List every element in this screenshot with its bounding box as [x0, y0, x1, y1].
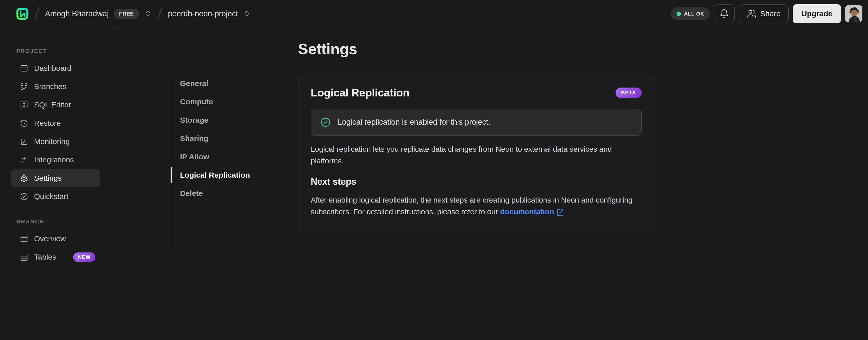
beta-badge: BETA	[616, 88, 642, 98]
chevrons-up-down-icon[interactable]	[243, 10, 251, 18]
users-icon	[747, 9, 756, 18]
documentation-link-label: documentation	[500, 206, 554, 218]
card-description: Logical replication lets you replicate d…	[311, 143, 642, 167]
dashboard-icon	[20, 64, 28, 73]
breadcrumb-org[interactable]: Amogh Bharadwaj FREE	[45, 9, 152, 19]
settings-nav-logical-replication[interactable]: Logical Replication	[172, 166, 292, 184]
status-label: ALL OK	[684, 11, 704, 17]
window-icon	[20, 235, 28, 243]
bell-icon	[719, 9, 729, 19]
breadcrumb-slash	[157, 7, 162, 20]
sidebar: PROJECT Dashboard Branches SQL Editor Re…	[0, 29, 117, 340]
card-title: Logical Replication	[311, 87, 410, 99]
breadcrumb: Amogh Bharadwaj FREE peerdb-neon-project	[16, 7, 251, 21]
restore-history-icon	[20, 119, 28, 128]
sidebar-item-label: Settings	[34, 174, 62, 182]
settings-nav: General Compute Storage Sharing IP Allow…	[170, 74, 292, 256]
settings-nav-sharing[interactable]: Sharing	[172, 129, 292, 148]
avatar[interactable]	[845, 5, 862, 22]
sidebar-item-label: Branches	[34, 82, 66, 91]
sidebar-item-label: SQL Editor	[34, 101, 71, 109]
check-circle-icon	[20, 192, 28, 201]
sidebar-item-overview[interactable]: Overview	[11, 230, 100, 248]
sidebar-item-integrations[interactable]: Integrations	[11, 151, 100, 169]
card-header: Logical Replication BETA	[311, 87, 642, 99]
share-label: Share	[760, 9, 780, 18]
sidebar-item-label: Quickstart	[34, 192, 68, 201]
notifications-button[interactable]	[714, 4, 735, 23]
sidebar-item-settings[interactable]: Settings	[11, 169, 100, 187]
sidebar-section-branch: BRANCH	[16, 218, 116, 225]
alert-text: Logical replication is enabled for this …	[338, 118, 490, 127]
sidebar-item-branches[interactable]: Branches	[11, 77, 100, 96]
check-circle-icon	[320, 117, 331, 128]
sidebar-item-label: Tables	[34, 253, 56, 261]
new-badge: NEW	[73, 252, 96, 262]
settings-nav-ip-allow[interactable]: IP Allow	[172, 148, 292, 166]
sidebar-item-dashboard[interactable]: Dashboard	[11, 59, 100, 77]
table-icon	[20, 253, 28, 261]
monitoring-chart-icon	[20, 137, 28, 146]
topbar: Amogh Bharadwaj FREE peerdb-neon-project…	[0, 0, 868, 28]
project-name: peerdb-neon-project	[168, 9, 238, 18]
next-steps-body: After enabling logical replication, the …	[311, 196, 632, 216]
settings-nav-delete[interactable]: Delete	[172, 184, 292, 203]
status-dot-icon	[677, 12, 681, 16]
sidebar-section-project: PROJECT	[16, 48, 116, 54]
org-name: Amogh Bharadwaj	[45, 9, 108, 18]
neon-logo[interactable]	[16, 7, 29, 20]
next-steps-text: After enabling logical replication, the …	[311, 194, 642, 218]
sidebar-item-tables[interactable]: Tables NEW	[11, 248, 100, 266]
upgrade-button[interactable]: Upgrade	[793, 4, 841, 23]
sidebar-item-quickstart[interactable]: Quickstart	[11, 187, 100, 206]
sidebar-item-monitoring[interactable]: Monitoring	[11, 132, 100, 151]
sidebar-item-restore[interactable]: Restore	[11, 114, 100, 132]
settings-nav-general[interactable]: General	[172, 74, 292, 93]
sql-editor-icon	[20, 101, 28, 109]
topbar-actions: ALL OK Share Upgrade	[671, 4, 862, 23]
documentation-link[interactable]: documentation	[500, 206, 564, 218]
sidebar-item-label: Integrations	[34, 155, 74, 164]
sidebar-item-label: Monitoring	[34, 137, 70, 146]
external-link-icon	[556, 208, 564, 216]
sidebar-item-label: Restore	[34, 119, 61, 128]
page-title: Settings	[298, 40, 357, 58]
main-content: Settings General Compute Storage Sharing…	[117, 29, 868, 340]
git-branch-icon	[20, 82, 28, 91]
logical-replication-card: Logical Replication BETA Logical replica…	[298, 76, 654, 231]
settings-nav-storage[interactable]: Storage	[172, 111, 292, 129]
success-alert: Logical replication is enabled for this …	[311, 109, 642, 136]
gear-icon	[20, 174, 28, 182]
sidebar-item-label: Overview	[34, 234, 66, 243]
status-badge[interactable]: ALL OK	[671, 7, 710, 20]
share-button[interactable]: Share	[739, 4, 789, 23]
breadcrumb-project[interactable]: peerdb-neon-project	[168, 9, 250, 18]
chevrons-up-down-icon[interactable]	[144, 10, 152, 18]
settings-nav-compute[interactable]: Compute	[172, 93, 292, 111]
breadcrumb-slash	[34, 7, 40, 20]
next-steps-title: Next steps	[311, 176, 642, 187]
sidebar-item-label: Dashboard	[34, 64, 71, 73]
plan-badge: FREE	[114, 9, 139, 19]
integrations-icon	[20, 156, 28, 164]
sidebar-item-sql-editor[interactable]: SQL Editor	[11, 96, 100, 114]
